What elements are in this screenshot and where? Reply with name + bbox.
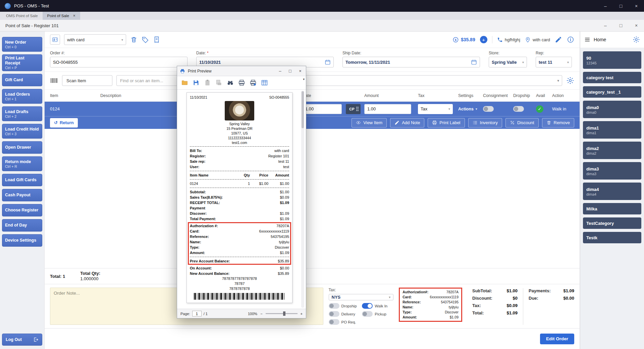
category-item[interactable]: dima3dima3 — [583, 162, 641, 180]
red-annotation-box-payment-info: Authorization#:78207A Card:6xxxxxxxxxxx1… — [399, 288, 462, 322]
dropship-toggle[interactable] — [513, 106, 524, 112]
order-number-field[interactable]: SO-0048555 — [50, 57, 187, 67]
chevron-down-icon: ▾ — [567, 60, 569, 64]
info-icon[interactable] — [567, 36, 574, 43]
walk-in-toggle[interactable] — [362, 303, 373, 309]
category-item[interactable]: dima2dima2 — [583, 142, 641, 159]
dialog-close-icon[interactable]: × — [295, 67, 305, 76]
search-binoculars-icon[interactable] — [227, 79, 234, 86]
toolbar-overflow-icon[interactable]: ▾ — [303, 78, 305, 81]
open-folder-icon[interactable] — [181, 79, 188, 86]
print-icon[interactable] — [238, 79, 245, 86]
consignment-toggle[interactable] — [483, 106, 494, 112]
sidebar-item-load-credit-hold[interactable]: Load Credit HoldCtrl + 3 — [2, 124, 42, 139]
tab-close-icon[interactable]: × — [73, 13, 75, 18]
walk-in-label[interactable]: Walk in — [552, 106, 574, 111]
preview-scrollbar[interactable] — [301, 91, 304, 308]
category-item[interactable]: dima0dima0 — [583, 101, 641, 118]
minimize-icon[interactable]: – — [598, 0, 613, 12]
dialog-minimize-icon[interactable]: – — [275, 67, 285, 76]
app-close-icon[interactable]: × — [629, 20, 644, 31]
discount-button[interactable]: Discount — [505, 118, 539, 128]
maximize-icon[interactable]: □ — [613, 0, 629, 12]
contact-card-button[interactable] — [50, 35, 60, 45]
tax-select[interactable]: Tax▾ — [418, 104, 453, 114]
chevron-down-icon[interactable]: ▾ — [557, 79, 559, 83]
paste-icon[interactable] — [204, 79, 211, 86]
gear-icon[interactable] — [633, 36, 640, 43]
page-number-input[interactable] — [192, 311, 202, 316]
trash-icon[interactable] — [130, 36, 138, 43]
sidebar-item-load-gift-cards[interactable]: Load Gift Cards — [2, 174, 42, 186]
category-item[interactable]: TestCategory — [583, 217, 641, 229]
tab-oms-point-of-sale[interactable]: OMS Point of Sale — [1, 12, 43, 20]
page-setup-icon[interactable] — [215, 79, 222, 86]
print-label-button[interactable]: Print Label — [428, 118, 465, 128]
trash-icon — [546, 120, 551, 125]
rep-select[interactable]: test 11 ▾ — [536, 57, 572, 67]
category-item[interactable]: dima4dima4 — [583, 183, 641, 200]
tax-region-select[interactable]: NYS ▾ — [329, 294, 394, 300]
category-item[interactable]: Milka — [583, 203, 641, 214]
tag-icon[interactable] — [142, 36, 149, 43]
cp-badge[interactable]: CP — [346, 104, 361, 114]
actions-menu[interactable]: Actions▾ — [458, 107, 483, 111]
order-form: Order #: SO-0048555 Date: * 11/10/2021 S… — [45, 48, 580, 72]
calendar-icon[interactable] — [471, 59, 477, 65]
category-item[interactable]: category test — [583, 72, 641, 83]
calendar-icon[interactable] — [325, 59, 331, 65]
return-button[interactable]: ↺ Return — [50, 118, 78, 128]
view-item-button[interactable]: View Item — [352, 118, 387, 128]
sidebar-item-print-last-receipt[interactable]: Print Last ReceiptCtrl + P — [2, 54, 42, 71]
sidebar-item-cash-payout[interactable]: Cash Payout — [2, 189, 42, 201]
amount-input[interactable] — [364, 104, 411, 114]
customer-select[interactable]: with card ▾ — [64, 34, 126, 45]
zoom-in-icon[interactable]: + — [301, 312, 303, 316]
edit-pencil-icon[interactable] — [555, 36, 562, 43]
dialog-maximize-icon[interactable]: □ — [285, 67, 295, 76]
sidebar-item-gift-card[interactable]: Gift Card — [2, 74, 42, 86]
sidebar-item-end-of-day[interactable]: End of Day — [2, 219, 42, 232]
scrollbar-thumb[interactable] — [302, 91, 304, 128]
app-minimize-icon[interactable]: – — [598, 20, 613, 31]
logout-button[interactable]: Log Out — [2, 334, 42, 346]
availability-check-icon: ✓ — [536, 105, 543, 113]
receipt-note-icon[interactable] — [153, 36, 160, 43]
pickup-toggle[interactable] — [362, 311, 373, 317]
save-icon[interactable] — [193, 79, 200, 86]
sidebar-item-new-order[interactable]: New OrderCtrl + 0 — [2, 37, 42, 52]
scan-item-button[interactable]: Scan Item — [62, 75, 112, 86]
print-settings-icon[interactable] — [250, 79, 257, 86]
remove-button[interactable]: Remove — [542, 118, 574, 128]
table-layout-icon[interactable] — [261, 79, 268, 86]
category-item[interactable]: Testk — [583, 232, 641, 243]
add-payment-button[interactable]: + — [480, 36, 487, 43]
zoom-slider[interactable] — [266, 313, 298, 314]
dropship-order-toggle[interactable] — [329, 303, 339, 309]
category-item[interactable]: 9012345 — [583, 51, 641, 69]
sidebar-item-load-orders[interactable]: Load OrdersCtrl + 1 — [2, 89, 42, 104]
sidebar-item-load-drafts[interactable]: Load DraftsCtrl + 2 — [2, 106, 42, 121]
inventory-button[interactable]: Inventory — [468, 118, 502, 128]
category-item[interactable]: category_test _1 — [583, 86, 641, 98]
po-req-toggle[interactable] — [329, 319, 339, 325]
edit-order-button[interactable]: Edit Order — [540, 334, 574, 344]
sidebar-item-return-mode[interactable]: Return modeCtrl + R — [2, 156, 42, 171]
delivery-toggle[interactable] — [329, 311, 339, 317]
rate-input[interactable] — [302, 104, 342, 114]
sidebar-item-choose-register[interactable]: Choose Register — [2, 204, 42, 216]
category-item[interactable]: dima1dima1 — [583, 121, 641, 139]
sidebar-item-open-drawer[interactable]: Open Drawer — [2, 141, 42, 154]
table-row[interactable]: 0124 CP Tax▾ Actions▾ ✓ Walk in — [45, 102, 580, 116]
add-note-button[interactable]: Add Note — [390, 118, 424, 128]
ship-date-field[interactable]: Tomorrow, 11/11/2021 — [342, 57, 480, 67]
app-restore-icon[interactable]: □ — [613, 20, 629, 31]
store-select[interactable]: Spring Valle ▾ — [489, 57, 527, 67]
close-icon[interactable]: × — [629, 0, 644, 12]
zoom-slider-handle[interactable] — [283, 311, 285, 316]
gear-icon[interactable] — [566, 77, 574, 85]
tab-point-of-sale[interactable]: Point of Sale × — [43, 12, 80, 20]
zoom-out-icon[interactable]: − — [260, 312, 262, 316]
hamburger-menu-icon[interactable] — [584, 37, 590, 43]
sidebar-item-device-settings[interactable]: Device Settings — [2, 234, 42, 247]
